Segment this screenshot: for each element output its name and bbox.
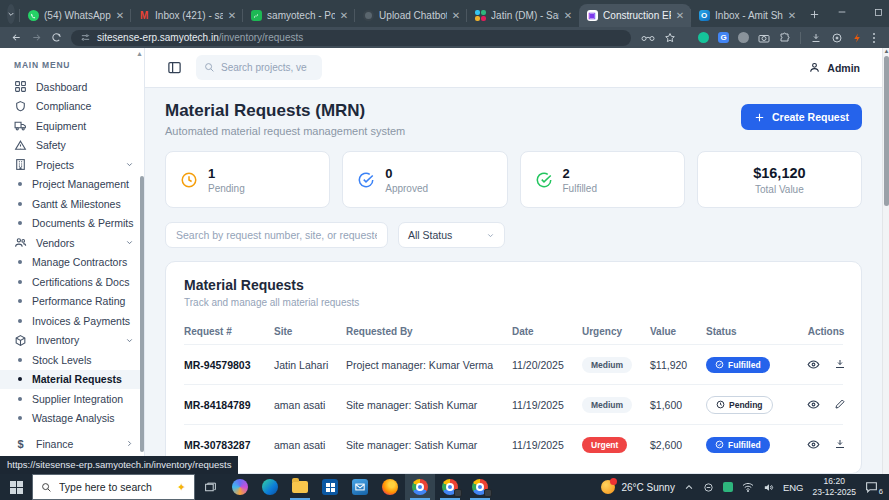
tab-close-icon[interactable]: ✕ — [452, 11, 460, 21]
table-row[interactable]: MR-84184789 aman asati Site manager: Sat… — [184, 384, 843, 424]
task-view-button[interactable] — [195, 481, 225, 494]
table-row[interactable]: MR-94579803 Jatin Lahari Project manager… — [184, 344, 843, 384]
sidebar-item-performance-rating[interactable]: Performance Rating — [0, 292, 144, 312]
chrome-taskbar-icon[interactable] — [405, 474, 435, 500]
global-search-input[interactable] — [221, 62, 307, 73]
clock-widget[interactable]: 16:20 23-12-2025 — [813, 476, 856, 497]
mail-taskbar-icon[interactable] — [345, 474, 375, 500]
chevron-down-icon — [125, 160, 134, 169]
forward-button[interactable] — [26, 32, 46, 43]
tab-search-button[interactable] — [7, 4, 15, 24]
sidebar-item-vendors[interactable]: Vendors — [0, 233, 144, 253]
back-button[interactable] — [6, 32, 26, 43]
status-filter-select[interactable]: All Status — [398, 222, 505, 248]
sidebar-toggle-icon[interactable] — [167, 60, 182, 75]
firefox-taskbar-icon[interactable] — [375, 474, 405, 500]
browser-tab-chatbot[interactable]: Upload Chatbot to C ✕ — [355, 4, 467, 27]
password-glasses-icon[interactable] — [641, 33, 655, 43]
sidebar-item-invoices-payments[interactable]: Invoices & Payments — [0, 311, 144, 331]
start-button[interactable] — [0, 474, 32, 500]
downloads-icon[interactable] — [810, 32, 822, 44]
edge-taskbar-icon[interactable] — [255, 474, 285, 500]
view-action-icon[interactable] — [807, 438, 820, 451]
notification-center-icon[interactable]: 6 — [865, 481, 881, 493]
sidebar-item-finance[interactable]: $ Finance — [0, 434, 144, 454]
tab-close-icon[interactable]: ✕ — [676, 11, 684, 21]
browser-tab-portfolio[interactable]: samyotech - Portfolio ✕ — [243, 4, 355, 27]
sidebar-scrollbar[interactable] — [140, 176, 144, 452]
sidebar-item-gantt-milestones[interactable]: Gantt & Milestones — [0, 194, 144, 214]
download-action-icon[interactable] — [834, 438, 846, 451]
grammarly-extension-icon[interactable] — [698, 32, 709, 43]
volume-icon[interactable] — [763, 482, 774, 493]
tab-close-icon[interactable]: ✕ — [228, 11, 236, 21]
new-tab-button[interactable] — [809, 3, 820, 25]
sidebar-item-wastage-analysis[interactable]: Wastage Analysis — [0, 409, 144, 429]
maximize-button[interactable] — [860, 0, 889, 24]
microsoft-store-taskbar-icon[interactable] — [315, 474, 345, 500]
browser-tab-whatsapp[interactable]: (54) WhatsApp ✕ — [20, 4, 131, 27]
request-search-input[interactable] — [165, 222, 388, 248]
page-scrollbar[interactable]: ▲ — [882, 48, 889, 474]
hidden-icons-chevron[interactable] — [684, 483, 694, 491]
browser-tab-gmail[interactable]: M Inbox (421) - samyot ✕ — [131, 4, 243, 27]
security-tray-icon[interactable] — [723, 482, 733, 492]
create-request-button[interactable]: Create Request — [741, 104, 862, 130]
sidebar-item-supplier-integration[interactable]: Supplier Integration — [0, 389, 144, 409]
teams-tray-icon[interactable] — [703, 482, 714, 493]
reload-button[interactable] — [46, 32, 66, 43]
translate-extension-icon[interactable]: G — [718, 32, 729, 43]
url-bar[interactable]: sitesense-erp.samyotech.in/inventory/req… — [71, 30, 631, 46]
browser-tab-slack[interactable]: Jatin (DM) - Samyote ✕ — [467, 4, 579, 27]
edit-action-icon[interactable] — [834, 398, 846, 411]
browser-menu-icon[interactable] — [872, 32, 876, 44]
sidebar-item-project-management[interactable]: Project Management — [0, 175, 144, 195]
bookmark-star-icon[interactable] — [664, 32, 676, 44]
page-title: Material Requests (MRN) — [165, 101, 405, 121]
sidebar-item-documents-permits[interactable]: Documents & Permits — [0, 214, 144, 234]
extensions-puzzle-icon[interactable] — [779, 32, 791, 44]
sidebar-item-projects[interactable]: Projects — [0, 155, 144, 175]
chrome-profile3-taskbar-icon[interactable] — [465, 474, 495, 500]
site-info-icon[interactable] — [80, 32, 91, 43]
scroll-up-arrow[interactable]: ▲ — [883, 48, 889, 54]
sidebar-scroll-up-arrow[interactable]: ▲ — [136, 50, 143, 57]
tab-close-icon[interactable]: ✕ — [340, 11, 348, 21]
sidebar-item-manage-contractors[interactable]: Manage Contractors — [0, 253, 144, 273]
admin-menu[interactable]: Admin — [808, 61, 860, 74]
tab-close-icon[interactable]: ✕ — [116, 11, 124, 21]
sidebar-item-material-requests[interactable]: Material Requests — [0, 370, 144, 390]
sidebar-item-equipment[interactable]: Equipment — [0, 116, 144, 136]
file-explorer-taskbar-icon[interactable] — [285, 474, 315, 500]
download-action-icon[interactable] — [834, 358, 846, 371]
content-area: Admin Material Requests (MRN) Automated … — [145, 48, 882, 474]
table-row[interactable]: MR-30783287 aman asati Site manager: Sat… — [184, 424, 843, 464]
browser-tab-construction-erp[interactable]: ▣ Construction ERP - A ✕ — [579, 4, 691, 27]
sidebar-item-safety[interactable]: Safety — [0, 136, 144, 156]
camera-extension-icon[interactable] — [758, 33, 770, 43]
bolt-extension-icon[interactable] — [852, 32, 863, 44]
sidebar-item-inventory[interactable]: Inventory — [0, 331, 144, 351]
global-search[interactable] — [196, 55, 322, 80]
view-action-icon[interactable] — [807, 398, 820, 411]
copilot-taskbar-icon[interactable] — [225, 474, 255, 500]
network-wifi-icon[interactable] — [742, 482, 754, 492]
extension-icon[interactable] — [738, 32, 749, 43]
view-action-icon[interactable] — [807, 358, 820, 371]
scrollbar-thumb[interactable] — [884, 56, 889, 206]
stat-card-fulfilled: 2Fulfilled — [520, 151, 685, 208]
bullet-icon — [18, 182, 22, 186]
tab-close-icon[interactable]: ✕ — [788, 11, 796, 21]
sidebar-item-dashboard[interactable]: Dashboard — [0, 77, 144, 97]
language-indicator[interactable]: ENG — [783, 482, 804, 493]
chrome-profile2-taskbar-icon[interactable] — [435, 474, 465, 500]
sidebar-item-certifications-docs[interactable]: Certifications & Docs — [0, 272, 144, 292]
minimize-button[interactable] — [824, 0, 860, 24]
browser-tab-outlook[interactable]: O Inbox - Amit Sharma ✕ — [691, 4, 803, 27]
weather-widget[interactable]: 26°C Sunny — [601, 480, 674, 494]
tab-close-icon[interactable]: ✕ — [564, 11, 572, 21]
sidebar-item-stock-levels[interactable]: Stock Levels — [0, 350, 144, 370]
sidebar-item-compliance[interactable]: Compliance — [0, 97, 144, 117]
ghostery-extension-icon[interactable] — [831, 32, 843, 44]
taskbar-search[interactable]: Type here to search ✦ — [32, 474, 195, 500]
